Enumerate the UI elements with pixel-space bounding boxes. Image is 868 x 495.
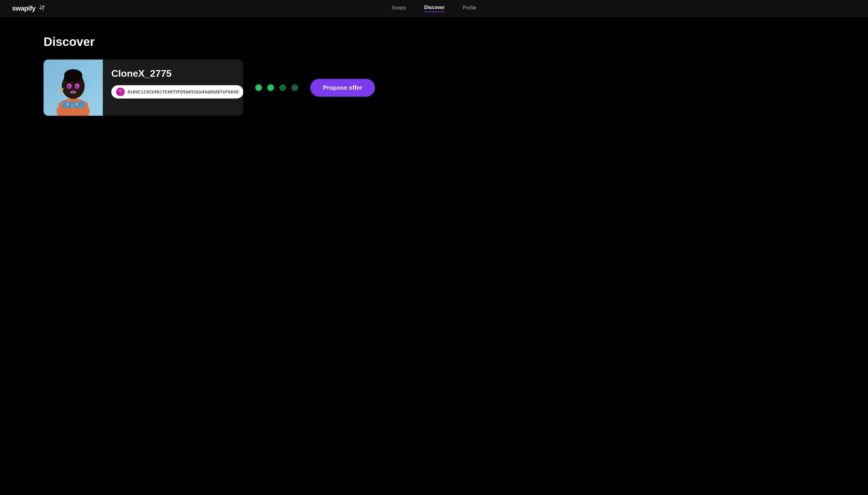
dots-container (255, 84, 298, 91)
svg-point-19 (70, 91, 72, 93)
nft-address-row: 0x0dC119Cb40cfE48f5FD9a691Da44a8dd8feF66… (111, 85, 243, 99)
card-row: CloneX_2775 0x0dC119Cb40cfE48f5FD9a691Da… (44, 59, 824, 116)
navbar: swapify Swaps Discover Profile (0, 0, 868, 17)
page-title: Discover (44, 35, 824, 49)
nft-name: CloneX_2775 (111, 68, 243, 79)
svg-point-22 (75, 91, 76, 92)
nft-address: 0x0dC119Cb40cfE48f5FD9a691Da44a8dd8feF66… (128, 89, 239, 94)
nav-swaps[interactable]: Swaps (392, 5, 406, 12)
nft-card: CloneX_2775 0x0dC119Cb40cfE48f5FD9a691Da… (44, 59, 243, 116)
nav-profile[interactable]: Profile (463, 5, 476, 12)
svg-point-24 (61, 91, 63, 92)
svg-point-20 (72, 91, 73, 92)
dot-2 (267, 84, 274, 91)
svg-point-3 (71, 105, 73, 106)
svg-point-4 (76, 103, 78, 105)
nft-avatar-small (116, 88, 125, 96)
svg-point-14 (68, 85, 71, 88)
svg-point-23 (61, 88, 64, 90)
svg-point-28 (121, 91, 124, 94)
propose-offer-button[interactable]: Propose offer (310, 79, 375, 97)
logo-text: swapify (12, 4, 35, 12)
svg-point-2 (67, 103, 69, 105)
logo: swapify (12, 3, 46, 14)
nav-discover[interactable]: Discover (424, 5, 445, 12)
svg-point-15 (76, 85, 79, 88)
dot-4 (292, 84, 298, 91)
svg-point-21 (73, 92, 75, 93)
dot-3 (279, 84, 286, 91)
nft-image-container (44, 59, 103, 116)
svg-point-29 (119, 93, 121, 95)
svg-point-27 (117, 92, 120, 94)
main-content: Discover (0, 17, 868, 134)
nav-links: Swaps Discover Profile (392, 5, 477, 12)
nft-card-body: CloneX_2775 0x0dC119Cb40cfE48f5FD9a691Da… (103, 59, 243, 116)
logo-icon (38, 3, 46, 14)
svg-point-16 (69, 85, 70, 86)
dot-1 (255, 84, 262, 91)
svg-point-17 (77, 85, 78, 86)
svg-point-11 (65, 71, 81, 82)
nft-image (44, 59, 103, 116)
